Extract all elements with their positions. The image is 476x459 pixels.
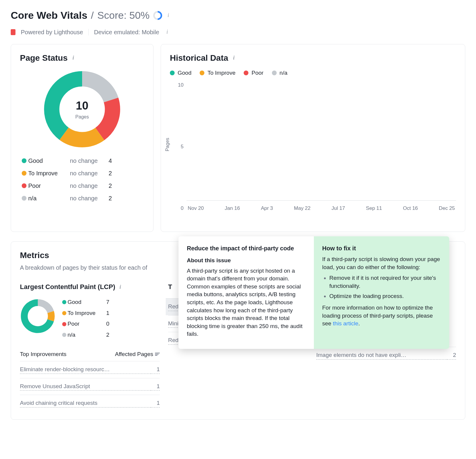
x-tick: Jul 17	[331, 205, 345, 212]
device-text: Device emulated: Mobile	[94, 28, 159, 36]
improvement-row[interactable]: Image elements do not have expli… 2	[316, 347, 456, 364]
y-tick: 5	[181, 143, 184, 150]
x-tick: Oct 16	[403, 205, 418, 212]
popover-fix-outro: For more information on how to optimize …	[322, 304, 441, 328]
legend-value: 1	[106, 309, 115, 317]
page-status-title: Page Status	[20, 52, 68, 64]
legend-row[interactable]: Poor0	[62, 320, 115, 328]
legend-value: 2	[109, 182, 118, 190]
improvement-count: 1	[151, 382, 160, 391]
legend-item[interactable]: To Improve	[200, 69, 235, 77]
legend-dot-icon	[170, 71, 175, 75]
info-icon[interactable]: i	[118, 283, 123, 291]
legend-value: 7	[106, 298, 115, 306]
popover-fix-outro-post: .	[358, 320, 360, 327]
legend-value: 2	[109, 194, 118, 202]
improvement-name[interactable]: Avoid chaining critical requests	[20, 399, 151, 408]
improvement-row[interactable]: Eliminate render-blocking resourc… 1	[20, 361, 160, 378]
powered-by-text: Powered by Lighthouse	[21, 28, 83, 36]
legend-change: no change	[70, 169, 109, 177]
legend-label: Good	[178, 69, 191, 77]
legend-row[interactable]: n/a2	[62, 331, 115, 339]
legend-value: 2	[109, 169, 118, 177]
legend-change: no change	[70, 194, 109, 202]
improvement-name[interactable]: Remove Unused JavaScript	[20, 382, 151, 391]
fix-list-item: Optimize the loading process.	[329, 292, 441, 300]
metric-legend: Good7To Improve1Poor0n/a2	[62, 298, 115, 339]
x-tick: Apr 3	[261, 205, 273, 212]
page-status-card: Page Status i 10 Pages G	[11, 44, 154, 232]
legend-label: n/a	[280, 69, 287, 77]
historical-chart: Pages 1050 Nov 20Jan 16Apr 3May 22Jul 17…	[170, 82, 456, 224]
page-header: Core Web Vitals / Score: 50% i	[11, 8, 465, 23]
score-separator: /	[91, 8, 94, 23]
legend-dot-icon	[22, 158, 26, 163]
improvement-row[interactable]: Avoid chaining critical requests 1	[20, 395, 160, 412]
legend-item[interactable]: n/a	[272, 69, 287, 77]
legend-label: n/a	[28, 194, 70, 202]
legend-dot-icon	[22, 171, 26, 176]
popover-about-body: A third-party script is any script hoste…	[187, 267, 306, 338]
legend-label: n/a	[68, 331, 106, 339]
legend-label: Poor	[28, 182, 70, 190]
legend-item[interactable]: Poor	[244, 69, 263, 77]
legend-row[interactable]: Poor no change 2	[22, 182, 143, 190]
popover-fix-heading: How to fix it	[322, 244, 441, 252]
legend-value: 2	[106, 331, 115, 339]
popover-fix-list: Remove it if it is not required for your…	[322, 274, 441, 300]
legend-change: no change	[70, 157, 109, 165]
legend-row[interactable]: To Improve1	[62, 309, 115, 317]
popover-article-link[interactable]: this article	[333, 320, 358, 327]
historical-card: Historical Data i GoodTo ImprovePoorn/a …	[161, 44, 465, 232]
legend-value: 4	[109, 157, 118, 165]
page-title: Core Web Vitals	[11, 8, 87, 23]
divider	[88, 29, 89, 35]
legend-label: To Improve	[28, 169, 70, 177]
fix-list-item: Remove it if it is not required for your…	[329, 274, 441, 290]
legend-dot-icon	[62, 300, 66, 304]
y-tick: 0	[181, 205, 184, 212]
improvement-name[interactable]: Image elements do not have expli…	[316, 351, 447, 360]
legend-label: To Improve	[207, 69, 235, 77]
metric-title: Largest Contentful Paint (LCP) i	[20, 282, 160, 292]
legend-value: 0	[106, 320, 115, 328]
legend-row[interactable]: Good no change 4	[22, 157, 143, 165]
historical-legend: GoodTo ImprovePoorn/a	[170, 69, 456, 77]
metric-donut	[20, 298, 56, 334]
legend-dot-icon	[62, 333, 66, 337]
info-icon[interactable]: i	[165, 28, 170, 36]
legend-row[interactable]: Good7	[62, 298, 115, 306]
sort-icon	[155, 353, 160, 356]
legend-label: To Improve	[68, 309, 106, 317]
x-axis-ticks: Nov 20Jan 16Apr 3May 22Jul 17Sep 11Oct 1…	[187, 205, 456, 212]
lighthouse-icon	[11, 29, 15, 35]
legend-dot-icon	[62, 311, 66, 315]
col-affected-pages[interactable]: Affected Pages	[115, 350, 160, 358]
improvement-popover: Reduce the impact of third-party code Ab…	[178, 236, 449, 349]
y-axis-ticks: 1050	[170, 82, 184, 212]
legend-dot-icon	[62, 322, 66, 326]
legend-label: Good	[68, 298, 106, 306]
x-tick: Jan 16	[225, 205, 240, 212]
legend-dot-icon	[22, 196, 26, 201]
legend-row[interactable]: n/a no change 2	[22, 194, 143, 202]
donut-total-label: Pages	[75, 114, 89, 120]
info-icon[interactable]: i	[166, 12, 171, 19]
improvement-row[interactable]: Remove Unused JavaScript 1	[20, 378, 160, 395]
popover-about-heading: About this issue	[187, 257, 306, 265]
legend-label: Good	[28, 157, 70, 165]
legend-item[interactable]: Good	[170, 69, 191, 77]
improvement-count: 1	[151, 399, 160, 408]
improvement-name[interactable]: Eliminate render-blocking resourc…	[20, 366, 151, 374]
page-status-legend: Good no change 4 To Improve no change 2 …	[20, 157, 144, 202]
info-icon[interactable]: i	[231, 54, 237, 62]
historical-title: Historical Data	[170, 52, 228, 64]
donut-total: 10	[76, 98, 88, 114]
legend-row[interactable]: To Improve no change 2	[22, 169, 143, 177]
info-icon[interactable]: i	[71, 54, 76, 62]
improvement-count: 2	[447, 351, 456, 360]
legend-dot-icon	[272, 71, 277, 75]
score-text: Score: 50%	[97, 8, 150, 23]
x-tick: Nov 20	[188, 205, 204, 212]
x-tick: Sep 11	[366, 205, 382, 212]
